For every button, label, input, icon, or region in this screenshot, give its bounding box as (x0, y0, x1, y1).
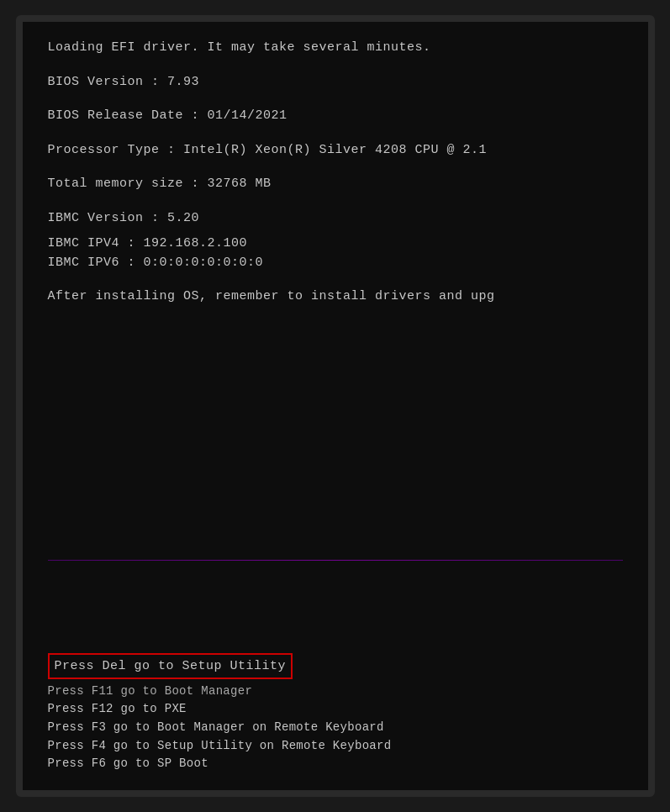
f11-line: Press F11 go to Boot Manager (48, 683, 623, 701)
memory-size: Total memory size : 32768 MB (48, 175, 623, 194)
separator-line (48, 560, 623, 561)
f6-line: Press F6 go to SP Boot (48, 755, 623, 773)
ibmc-version: IBMC Version : 5.20 (48, 209, 623, 229)
ibmc-ipv6: IBMC IPV6 : 0:0:0:0:0:0:0:0 (48, 254, 623, 273)
bios-version: BIOS Version : 7.93 (48, 73, 623, 92)
processor-type: Processor Type : Intel(R) Xeon(R) Silver… (48, 141, 623, 161)
after-install: After installing OS, remember to install… (48, 287, 623, 307)
loading-line: Loading EFI driver. It may take several … (48, 39, 623, 58)
bios-release-date: BIOS Release Date : 01/14/2021 (48, 107, 623, 126)
press-del-line: Press Del go to Setup Utility (48, 653, 293, 679)
bios-screen: Loading EFI driver. It may take several … (16, 15, 655, 797)
f4-line: Press F4 go to Setup Utility on Remote K… (48, 737, 623, 756)
f3-line: Press F3 go to Boot Manager on Remote Ke… (48, 719, 623, 737)
del-highlighted-wrapper: Press Del go to Setup Utility (48, 653, 623, 683)
bios-content: Loading EFI driver. It may take several … (23, 22, 648, 645)
boot-options-section: Press Del go to Setup Utility Press F11 … (23, 645, 648, 790)
f12-line: Press F12 go to PXE (48, 700, 623, 719)
ibmc-ipv4: IBMC IPV4 : 192.168.2.100 (48, 235, 623, 254)
